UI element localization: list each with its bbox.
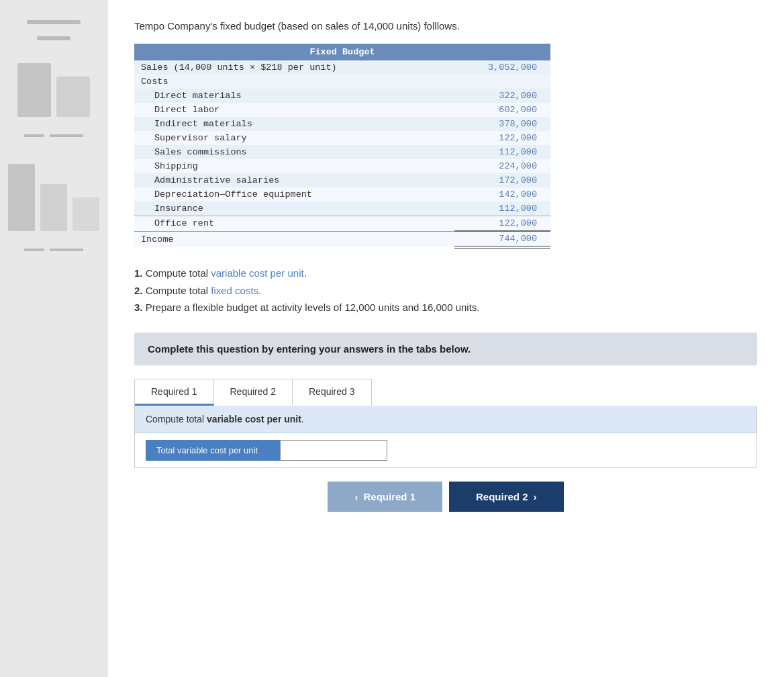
next-button[interactable]: Required 2 ›: [449, 482, 564, 512]
table-row: Direct materials: [134, 89, 454, 103]
tab-required-3[interactable]: Required 3: [293, 379, 371, 406]
table-row: Sales commissions: [134, 145, 454, 159]
sidebar-decoration: [17, 63, 90, 117]
table-value: 3,052,000: [454, 60, 550, 75]
sidebar: [0, 0, 107, 677]
questions-section: 1. Compute total variable cost per unit.…: [134, 265, 757, 316]
table-value: [454, 75, 550, 89]
prev-button[interactable]: ‹ Required 1: [328, 482, 442, 512]
sidebar-decoration: [8, 164, 99, 231]
table-row: Indirect materials: [134, 117, 454, 131]
input-row: Total variable cost per unit: [135, 433, 756, 467]
table-row: Costs: [134, 75, 454, 89]
tabs-wrapper: Required 1 Required 2 Required 3 Compute…: [134, 379, 757, 468]
table-value: 378,000: [454, 117, 550, 131]
table-row: Direct labor: [134, 103, 454, 117]
table-value: 122,000: [454, 131, 550, 145]
table-row: Shipping: [134, 159, 454, 173]
table-value: 142,000: [454, 187, 550, 201]
table-header: Fixed Budget: [134, 44, 550, 60]
next-chevron: ›: [534, 491, 537, 502]
table-row: Office rent: [134, 216, 454, 232]
table-row: Depreciation—Office equipment: [134, 187, 454, 201]
bottom-navigation: ‹ Required 1 Required 2 ›: [134, 482, 757, 512]
table-value: 122,000: [454, 216, 550, 232]
table-value: 322,000: [454, 89, 550, 103]
next-label: Required 2: [476, 491, 528, 502]
tabs-container: Required 1 Required 2 Required 3: [134, 379, 372, 406]
variable-cost-input[interactable]: [280, 440, 387, 461]
table-row: Supervisor salary: [134, 131, 454, 145]
table-row: Insurance: [134, 201, 454, 216]
question-2: 2. Compute total fixed costs.: [134, 282, 757, 300]
income-value: 744,000: [454, 231, 550, 247]
table-value: 602,000: [454, 103, 550, 117]
table-value: 112,000: [454, 145, 550, 159]
complete-text: Complete this question by entering your …: [148, 343, 744, 355]
sidebar-decoration: [27, 20, 81, 24]
income-label: Income: [134, 231, 454, 247]
table-value: 224,000: [454, 159, 550, 173]
instruction-highlight: variable cost per unit: [207, 414, 301, 424]
question-3: 3. Prepare a flexible budget at activity…: [134, 299, 757, 316]
sidebar-decoration: [24, 134, 83, 137]
sidebar-decoration: [24, 249, 83, 251]
tab-content-area: Compute total variable cost per unit. To…: [134, 406, 757, 468]
prev-chevron: ‹: [354, 491, 358, 502]
table-value: 172,000: [454, 173, 550, 187]
tab-required-1[interactable]: Required 1: [135, 379, 214, 406]
main-content: Tempo Company's fixed budget (based on s…: [107, 0, 784, 677]
table-value: 112,000: [454, 201, 550, 216]
table-row: Administrative salaries: [134, 173, 454, 187]
prev-label: Required 1: [363, 491, 415, 502]
tab-required-2[interactable]: Required 2: [214, 379, 293, 406]
sidebar-decoration: [37, 36, 70, 40]
complete-box: Complete this question by entering your …: [134, 332, 757, 365]
intro-text: Tempo Company's fixed budget (based on s…: [134, 20, 757, 32]
tab-instruction: Compute total variable cost per unit.: [135, 406, 756, 433]
budget-table: Fixed Budget Sales (14,000 units × $218 …: [134, 44, 550, 249]
question-1: 1. Compute total variable cost per unit.: [134, 265, 757, 282]
input-label: Total variable cost per unit: [146, 440, 280, 461]
table-row: Sales (14,000 units × $218 per unit): [134, 60, 454, 75]
